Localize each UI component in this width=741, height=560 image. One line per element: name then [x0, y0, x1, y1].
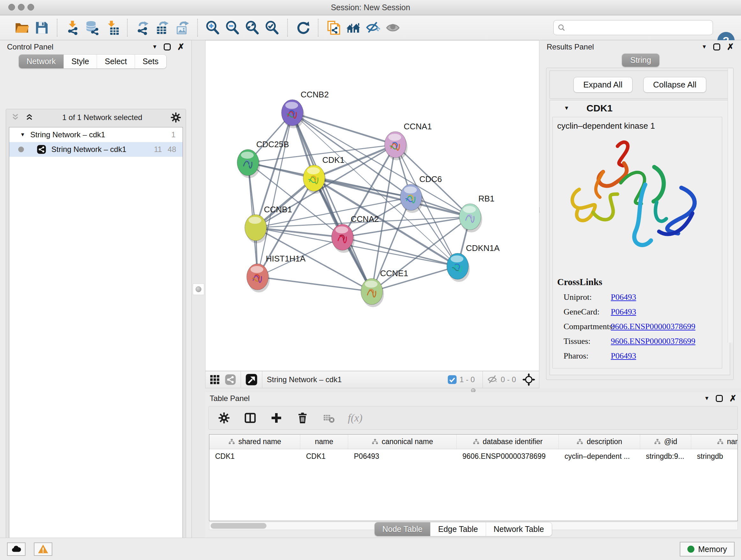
network-node-CDK1[interactable]: CDK1 — [303, 155, 344, 194]
collapse-all-icon[interactable] — [10, 113, 20, 122]
warnings-button[interactable] — [34, 543, 52, 556]
delete-column-button[interactable] — [295, 411, 310, 425]
new-network-from-selection-button[interactable] — [324, 18, 343, 38]
cloud-status-button[interactable] — [7, 543, 25, 556]
collapse-all-button[interactable]: Collapse All — [643, 77, 706, 92]
column-header-namespace[interactable]: namespace — [691, 435, 738, 449]
save-session-button[interactable] — [32, 18, 52, 38]
show-all-button[interactable] — [383, 18, 403, 38]
network-edge[interactable] — [342, 237, 458, 266]
network-label: String Network – cdk1 — [51, 145, 154, 154]
hidden-eye-slash-icon[interactable] — [487, 374, 498, 385]
open-session-button[interactable] — [12, 18, 32, 38]
column-header-description[interactable]: description — [559, 435, 640, 449]
import-network-from-database-button[interactable] — [82, 18, 102, 38]
network-edge[interactable] — [258, 277, 372, 292]
network-tree-child-row[interactable]: String Network – cdk1 11 48 — [9, 142, 183, 157]
search-input[interactable] — [568, 23, 713, 32]
table-row[interactable]: CDK1CDK1P064939606.ENSP00000378699cyclin… — [209, 449, 738, 463]
column-header-canonicalname[interactable]: canonical name — [348, 435, 457, 449]
panel-float-icon[interactable] — [713, 44, 720, 51]
tab-style[interactable]: Style — [64, 55, 97, 68]
refresh-view-button[interactable] — [293, 18, 313, 38]
network-node-CCNA1[interactable]: CCNA1 — [385, 122, 432, 160]
section-collapse-icon[interactable]: ▼ — [564, 105, 569, 111]
function-builder-button[interactable]: f(x) — [348, 412, 362, 424]
table-cell: stringdb:9... — [640, 449, 691, 463]
delete-table-button[interactable] — [322, 411, 336, 425]
tab-node-table[interactable]: Node Table — [375, 522, 430, 536]
panel-collapse-icon[interactable]: ▼ — [152, 44, 158, 50]
export-table-button[interactable] — [152, 18, 172, 38]
expand-all-icon[interactable] — [24, 113, 34, 122]
add-column-button[interactable] — [269, 411, 283, 425]
zoom-fit-button[interactable] — [243, 18, 262, 38]
column-header-databaseidentifier[interactable]: database identifier — [457, 435, 559, 449]
panel-close-icon[interactable]: ✗ — [177, 44, 185, 51]
network-edge[interactable] — [292, 113, 395, 145]
export-network-button[interactable] — [133, 18, 152, 38]
import-network-from-file-button[interactable] — [63, 18, 82, 38]
birds-eye-view-icon[interactable] — [246, 374, 258, 386]
panel-float-icon[interactable] — [164, 44, 171, 51]
crosslink-link[interactable]: P06493 — [611, 293, 636, 302]
scrollbar-thumb[interactable] — [211, 523, 266, 529]
window-minimize-button[interactable] — [18, 4, 24, 10]
column-header-sharedname[interactable]: shared name — [209, 435, 300, 449]
zoom-fit-icon — [245, 20, 260, 35]
first-neighbors-button[interactable] — [343, 18, 363, 38]
export-image-button[interactable] — [172, 18, 192, 38]
tab-network-table[interactable]: Network Table — [486, 522, 552, 536]
network-edge[interactable] — [292, 113, 372, 292]
panel-close-icon[interactable]: ✗ — [727, 44, 734, 51]
network-graph: CCNB2CCNA1CDC25BCDK1CDC6RB1CCNB1CCNA2CDK… — [205, 41, 539, 371]
expand-all-button[interactable]: Expand All — [574, 77, 632, 92]
results-scrollbar[interactable] — [728, 69, 733, 343]
panel-close-icon[interactable]: ✗ — [729, 395, 737, 402]
zoom-selected-button[interactable] — [262, 18, 282, 38]
column-header-id[interactable]: @id — [640, 435, 691, 449]
tab-edge-table[interactable]: Edge Table — [430, 522, 486, 536]
panel-float-icon[interactable] — [716, 395, 723, 402]
crosslink-link[interactable]: P06493 — [611, 307, 636, 317]
network-tree-root-row[interactable]: ▼ String Network – cdk1 1 — [9, 127, 183, 142]
zoom-out-button[interactable] — [223, 18, 243, 38]
network-edge[interactable] — [292, 113, 470, 217]
network-node-RB1[interactable]: RB1 — [459, 194, 495, 233]
memory-button[interactable]: Memory — [680, 542, 735, 557]
column-header-name[interactable]: name — [300, 435, 348, 449]
grid-view-icon[interactable] — [209, 374, 220, 385]
tree-expand-icon[interactable]: ▼ — [20, 132, 25, 138]
tab-string[interactable]: String — [622, 54, 659, 67]
crosslink-link[interactable]: P06493 — [611, 351, 636, 361]
panel-collapse-icon[interactable]: ▼ — [702, 44, 707, 50]
fit-selection-crosshair-icon[interactable] — [522, 373, 535, 386]
network-canvas[interactable]: CCNB2CCNA1CDC25BCDK1CDC6RB1CCNB1CCNA2CDK… — [205, 40, 539, 371]
crosslink-label: Uniprot: — [557, 293, 611, 302]
crosslink-link[interactable]: 9606.ENSP00000378699 — [611, 336, 695, 346]
left-splitter-handle[interactable] — [193, 284, 204, 295]
window-close-button[interactable] — [8, 4, 15, 10]
tab-select[interactable]: Select — [97, 55, 134, 68]
panel-collapse-icon[interactable]: ▼ — [704, 395, 710, 401]
network-options-gear-icon[interactable] — [171, 112, 181, 123]
table-cell: CDK1 — [209, 449, 300, 463]
zoom-in-button[interactable] — [203, 18, 223, 38]
tab-network[interactable]: Network — [19, 55, 64, 68]
import-table-from-file-button[interactable] — [102, 18, 122, 38]
window-zoom-button[interactable] — [27, 4, 34, 10]
tab-sets[interactable]: Sets — [135, 55, 166, 68]
search-box[interactable] — [553, 20, 713, 35]
table-options-button[interactable] — [217, 411, 231, 425]
selected-checkbox-icon[interactable] — [448, 375, 457, 384]
control-panel: Control Panel ▼ ✗ Network Style Select S… — [0, 40, 192, 538]
network-style-share-icon[interactable] — [225, 374, 236, 385]
network-node-HIST1H1A[interactable]: HIST1H1A — [247, 254, 306, 293]
network-node-CDKN1A[interactable]: CDKN1A — [447, 243, 500, 282]
show-columns-button[interactable] — [243, 411, 257, 425]
column-namespace-icon — [576, 438, 583, 445]
hide-selected-button[interactable] — [363, 18, 383, 38]
network-edge[interactable] — [258, 113, 292, 277]
crosslink-link[interactable]: 9606.ENSP00000378699 — [611, 322, 695, 331]
node-label: HIST1H1A — [266, 254, 306, 263]
